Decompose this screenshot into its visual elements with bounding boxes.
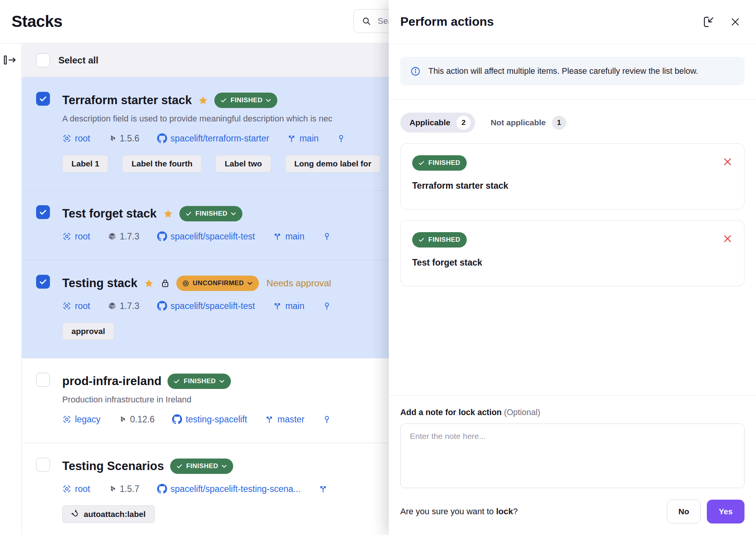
stack-meta-commit[interactable] (322, 301, 332, 311)
affected-item-card: FINISHEDTest forget stack (400, 220, 744, 286)
divider (389, 99, 756, 100)
yes-button[interactable]: Yes (707, 500, 744, 523)
space-icon (62, 134, 71, 143)
star-icon[interactable] (198, 95, 208, 106)
meta-text: 0.12.6 (130, 414, 154, 425)
stack-meta-github[interactable]: spacelift/terraform-starter (157, 133, 269, 144)
branch-icon (273, 301, 282, 311)
stack-name[interactable]: Terraform starter stack (62, 93, 192, 107)
meta-text: spacelift/spacelift-test (171, 231, 255, 242)
lock-icon (160, 278, 170, 288)
affected-item-card: FINISHEDTerraform starter stack (400, 143, 744, 209)
meta-text: main (285, 231, 305, 242)
status-badge[interactable]: FINISHED (167, 374, 230, 389)
status-label: FINISHED (186, 462, 218, 470)
note-textarea[interactable] (400, 424, 744, 488)
dock-panel-icon[interactable] (702, 15, 715, 28)
stack-label: Label the fourth (122, 155, 202, 173)
stack-meta-branch[interactable]: main (273, 231, 305, 242)
stack-meta-terraform: 1.5.6 (108, 133, 139, 144)
stack-meta-space[interactable]: root (62, 133, 90, 144)
status-badge[interactable]: FINISHED (179, 206, 242, 221)
tab-applicable[interactable]: Applicable2 (400, 113, 475, 133)
no-button[interactable]: No (667, 500, 701, 523)
stack-meta-github[interactable]: spacelift/spacelift-testing-scena... (157, 484, 301, 494)
github-icon (157, 133, 167, 143)
remove-item-icon[interactable] (723, 157, 733, 167)
chevron-down-icon (222, 465, 227, 468)
stack-name[interactable]: Testing Scenarios (62, 459, 164, 473)
stack-meta-branch[interactable]: main (287, 133, 319, 144)
status-badge[interactable]: UNCONFIRMED (176, 276, 259, 291)
stack-meta-branch[interactable]: master (265, 414, 304, 425)
branch-icon (273, 232, 282, 241)
meta-text: spacelift/terraform-starter (171, 133, 269, 144)
stack-checkbox[interactable] (36, 275, 50, 289)
meta-text: 1.7.3 (120, 231, 139, 242)
banner-text: This action will affect multiple items. … (428, 65, 698, 77)
status-badge[interactable]: FINISHED (214, 93, 277, 108)
eye-icon (182, 280, 189, 287)
meta-text: spacelift/spacelift-testing-scena... (171, 484, 301, 494)
terraform-icon (118, 415, 126, 424)
status-label: FINISHED (230, 96, 262, 104)
info-banner: This action will affect multiple items. … (400, 57, 744, 85)
star-icon[interactable] (144, 278, 154, 289)
stack-meta-terraform: 1.5.7 (108, 484, 139, 494)
opentofu-icon (108, 232, 116, 241)
stack-meta-commit[interactable] (322, 415, 332, 424)
stack-meta-branch[interactable]: main (273, 301, 305, 311)
branch-icon (265, 415, 274, 424)
remove-item-icon[interactable] (723, 234, 733, 244)
select-all-label: Select all (58, 55, 98, 66)
star-icon[interactable] (163, 209, 173, 219)
stack-meta-space[interactable]: root (62, 301, 90, 311)
stack-meta-branch[interactable] (318, 484, 328, 493)
stack-name[interactable]: Testing stack (62, 276, 138, 290)
stack-meta-github[interactable]: spacelift/spacelift-test (157, 231, 255, 242)
stack-meta-github[interactable]: testing-spacelift (172, 414, 247, 425)
expand-sidebar-icon[interactable] (3, 54, 18, 66)
stack-checkbox[interactable] (36, 205, 50, 219)
stack-label: autoattach:label (62, 505, 155, 523)
stack-checkbox[interactable] (36, 373, 50, 387)
stack-name[interactable]: prod-infra-ireland (62, 374, 161, 388)
page-title: Stacks (12, 12, 62, 31)
meta-text: 1.5.6 (120, 133, 139, 144)
stack-checkbox[interactable] (36, 92, 50, 106)
confirm-row: Are you sure you want to lock? No Yes (400, 500, 744, 523)
magnet-icon (71, 510, 80, 518)
stack-meta-space[interactable]: root (62, 484, 90, 494)
stack-meta-commit[interactable] (337, 134, 346, 143)
status-label: FINISHED (184, 377, 216, 385)
branch-icon (318, 484, 328, 493)
panel-header: Perform actions (389, 0, 756, 44)
status-badge[interactable]: FINISHED (170, 459, 233, 474)
status-note: Needs approval (267, 278, 331, 289)
stack-meta-space[interactable]: legacy (62, 414, 100, 425)
divider (389, 395, 756, 395)
stack-checkbox[interactable] (36, 458, 50, 472)
confirm-question: Are you sure you want to lock? (400, 507, 661, 517)
close-icon[interactable] (730, 17, 741, 27)
tab-not-applicable[interactable]: Not applicable1 (491, 113, 566, 133)
panel-footer: Add a note for lock action (Optional) Ar… (389, 395, 756, 535)
space-icon (62, 415, 71, 424)
status-label: FINISHED (428, 236, 460, 244)
stack-meta-space[interactable]: root (62, 231, 90, 242)
chevron-down-icon (247, 282, 252, 285)
space-icon (62, 301, 71, 311)
status-badge[interactable]: FINISHED (412, 232, 467, 248)
meta-text: 1.5.7 (120, 484, 139, 494)
status-badge[interactable]: FINISHED (412, 155, 467, 171)
tab-count-badge: 1 (552, 116, 566, 130)
stack-meta-github[interactable]: spacelift/spacelift-test (157, 301, 255, 311)
commit-icon (322, 232, 332, 241)
stack-meta-commit[interactable] (322, 232, 332, 241)
select-all-checkbox[interactable] (36, 53, 50, 67)
status-label: UNCONFIRMED (193, 279, 244, 287)
commit-icon (322, 415, 332, 424)
commit-icon (337, 134, 346, 143)
stack-name[interactable]: Test forget stack (62, 207, 157, 221)
status-label: FINISHED (428, 159, 460, 167)
